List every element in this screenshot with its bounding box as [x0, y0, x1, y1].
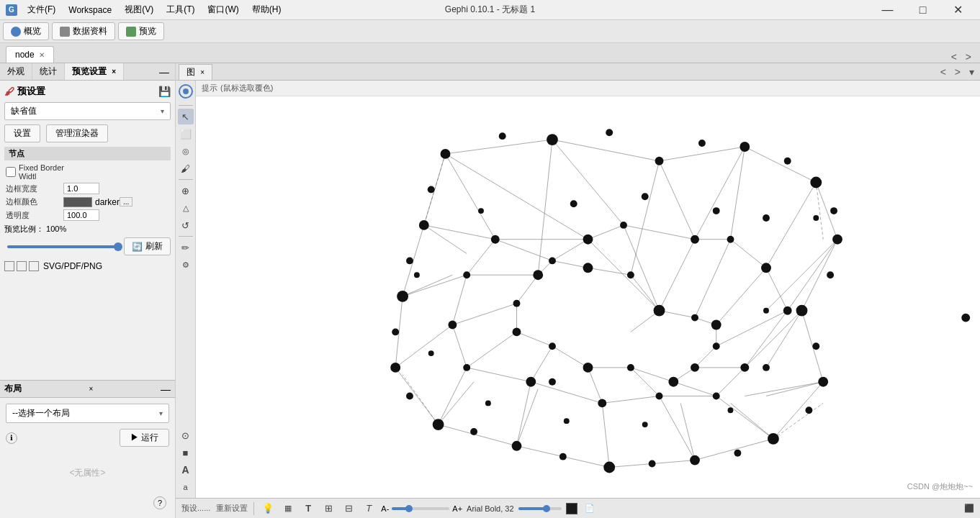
box-select-tool[interactable]: ⬜: [178, 126, 194, 142]
filter-tool-2[interactable]: ⊟: [341, 501, 356, 517]
run-button[interactable]: ▶ 运行: [120, 429, 169, 447]
svg-point-138: [763, 364, 770, 371]
svg-line-59: [531, 346, 552, 382]
size-plus-icon[interactable]: A+: [452, 504, 462, 513]
maximize-button[interactable]: □: [907, 0, 939, 20]
preview-slider-thumb[interactable]: [114, 242, 122, 251]
export-label[interactable]: SVG/PDF/PNG: [43, 261, 102, 271]
node-tab[interactable]: node ✕: [6, 46, 54, 63]
tab-prev[interactable]: <: [948, 51, 960, 63]
menu-workspace[interactable]: Workspace: [63, 4, 117, 17]
layout-dropdown[interactable]: --选择一个布局 ▾: [6, 404, 169, 423]
triangle-tool[interactable]: △: [178, 200, 194, 216]
menu-file[interactable]: 文件(F): [22, 2, 61, 17]
cursor-tool[interactable]: ↖: [178, 109, 194, 124]
svg-point-118: [603, 462, 615, 473]
fixed-border-checkbox[interactable]: [6, 167, 16, 177]
minimize-button[interactable]: —: [871, 0, 904, 20]
svg-point-155: [691, 363, 699, 372]
save-icon[interactable]: 💾: [158, 86, 171, 97]
preview-slider-track[interactable]: [7, 245, 118, 248]
svg-point-134: [691, 235, 699, 244]
svg-line-87: [766, 382, 823, 396]
info-icon[interactable]: ℹ: [6, 432, 17, 444]
slider1-row: A- A+: [381, 504, 462, 513]
size-minus-icon[interactable]: A-: [381, 504, 389, 513]
graph-nav-prev[interactable]: <: [938, 66, 949, 78]
svg-line-50: [624, 225, 660, 311]
magnet-tool[interactable]: ⚙: [178, 257, 194, 273]
renderer-button[interactable]: 管理渲染器: [46, 124, 108, 142]
svg-line-95: [816, 183, 823, 240]
square-tool[interactable]: ■: [178, 445, 194, 460]
svg-point-156: [627, 364, 634, 371]
pencil-tool[interactable]: ✏: [178, 240, 194, 255]
svg-point-142: [656, 393, 663, 400]
text-tool-A[interactable]: A: [178, 462, 194, 478]
graph-expand[interactable]: ▾: [966, 66, 977, 78]
setup-button[interactable]: 设置: [4, 124, 40, 142]
svg-point-141: [668, 377, 678, 387]
action-row: 设置 管理渲染器: [4, 124, 171, 142]
menu-view[interactable]: 视图(V): [119, 2, 159, 17]
graph-tab[interactable]: 图 ×: [179, 64, 212, 80]
close-button[interactable]: ✕: [942, 0, 974, 20]
preview-tab-close[interactable]: ×: [112, 68, 116, 76]
overview-button[interactable]: 概览: [3, 22, 49, 40]
data-button[interactable]: 数据资料: [52, 22, 115, 40]
circle-tool[interactable]: ⊙: [178, 427, 194, 443]
refresh-button[interactable]: 🔄 刷新: [124, 237, 171, 255]
help-circle[interactable]: ?: [153, 496, 166, 509]
svg-line-13: [439, 424, 517, 446]
filter-tool-1[interactable]: ⊞: [320, 501, 336, 517]
gephi-logo: [178, 83, 194, 99]
no-props-label: <无属性>: [6, 453, 169, 494]
text-italic-tool[interactable]: T: [361, 501, 377, 517]
svg-line-78: [552, 260, 588, 268]
tab-next[interactable]: >: [963, 51, 974, 63]
svg-point-120: [512, 441, 522, 451]
graph-tab-close[interactable]: ×: [200, 68, 204, 76]
node-tab-close[interactable]: ✕: [39, 51, 45, 59]
svg-line-64: [552, 240, 588, 261]
panel-minimize-btn[interactable]: —: [153, 65, 175, 79]
bottom-slider-1[interactable]: [392, 507, 449, 510]
rotate-tool[interactable]: ↺: [178, 217, 194, 233]
bulb-tool[interactable]: 💡: [260, 501, 276, 517]
border-width-input[interactable]: [63, 183, 99, 194]
text-tool-a[interactable]: a: [178, 479, 194, 495]
fixed-border-label: Fixed Border Widtl: [19, 163, 76, 181]
text-bold-tool[interactable]: T: [300, 501, 316, 517]
svg-line-92: [403, 275, 452, 296]
layout-panel-minimize[interactable]: —: [161, 383, 171, 395]
slider1-thumb[interactable]: [405, 505, 413, 512]
opacity-input[interactable]: [63, 209, 99, 221]
appearance-tab[interactable]: 外观: [0, 63, 32, 80]
svg-line-38: [766, 268, 788, 310]
svg-line-61: [452, 304, 516, 325]
svg-line-3: [552, 140, 660, 161]
preview-button[interactable]: 预览: [118, 22, 164, 40]
paint-icon: 🖌: [4, 86, 14, 97]
layers-tool[interactable]: ▦: [280, 501, 296, 517]
svg-point-158: [549, 342, 556, 350]
status-left: 预设......: [181, 503, 210, 514]
svg-point-109: [827, 271, 834, 278]
color-box[interactable]: [566, 503, 577, 514]
bottom-slider-2[interactable]: [518, 507, 562, 510]
menu-help[interactable]: 帮助(H): [246, 2, 287, 17]
graph-nav-next[interactable]: >: [952, 66, 963, 78]
svg-point-164: [713, 207, 720, 214]
layout-panel-close[interactable]: ×: [89, 385, 94, 393]
stats-tab[interactable]: 统计: [32, 63, 65, 80]
slider2-thumb[interactable]: [543, 505, 550, 512]
preview-settings-tab[interactable]: 预览设置 ×: [65, 63, 124, 80]
menu-tools[interactable]: 工具(T): [161, 2, 200, 17]
zoom-plus-tool[interactable]: ⊕: [178, 183, 194, 199]
color-dots-button[interactable]: ...: [120, 197, 132, 206]
export-tool[interactable]: 📄: [582, 501, 598, 517]
menu-window[interactable]: 窗口(W): [202, 2, 244, 17]
preset-dropdown[interactable]: 缺省值 ▾: [4, 102, 171, 120]
paint-tool[interactable]: 🖌: [178, 160, 194, 176]
lasso-tool[interactable]: ◎: [178, 143, 194, 159]
